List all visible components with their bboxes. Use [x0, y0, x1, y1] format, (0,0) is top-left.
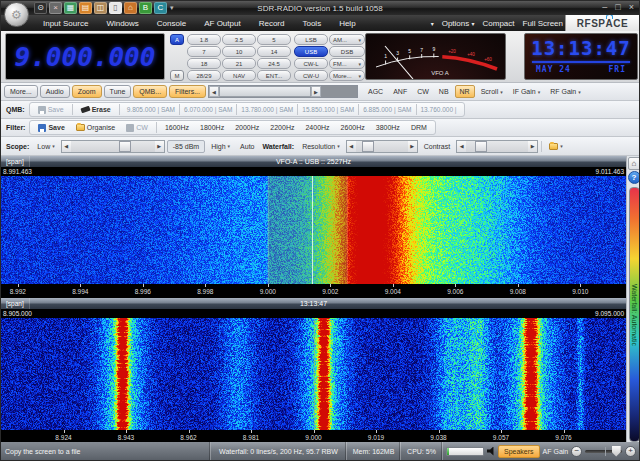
mode-cwl[interactable]: CW-L: [294, 58, 328, 69]
menu-windows[interactable]: Windows: [97, 19, 147, 28]
toolbar-tune[interactable]: Tune: [104, 85, 132, 98]
numpad-key-7[interactable]: 7: [187, 46, 221, 57]
scroll-left-icon[interactable]: ◀: [209, 86, 219, 97]
toolbar-filters[interactable]: Filters...: [169, 85, 206, 98]
scrollbar-thumb[interactable]: [219, 86, 311, 97]
mode-fm[interactable]: FM...▾: [329, 58, 365, 69]
slider-thumb[interactable]: [119, 141, 131, 152]
tuning-scrollbar[interactable]: ◀ ▶: [208, 85, 358, 98]
qmb-save-button[interactable]: Save: [34, 103, 68, 116]
mode-cwu[interactable]: CW-U: [294, 70, 328, 81]
calendar-icon[interactable]: ▤: [79, 2, 92, 14]
numpad-key-NAV[interactable]: NAV: [222, 70, 256, 81]
filter-width-2600hz[interactable]: 2600Hz: [337, 121, 369, 134]
qmb-memory[interactable]: 6.885.000 | SAM: [360, 104, 414, 116]
menu-record[interactable]: Record: [250, 19, 294, 28]
slider-right-icon[interactable]: ▶: [408, 141, 417, 152]
qmb-memory[interactable]: 15.850.100 | SAM: [299, 104, 357, 116]
vfo-m-button[interactable]: M: [170, 70, 184, 81]
toolbar-zoom[interactable]: Zoom: [72, 85, 102, 98]
waterfall-contrast-slider[interactable]: ◀ ▶: [456, 140, 538, 153]
filter-organise-button[interactable]: Organise: [72, 121, 119, 134]
wide-waterfall-canvas[interactable]: [1, 318, 626, 430]
qmb-memory[interactable]: 9.805.000 | SAM: [124, 104, 178, 116]
slider-left-icon[interactable]: ◀: [347, 141, 356, 152]
numpad-key-2829[interactable]: 28/29: [187, 70, 221, 81]
mode-usb[interactable]: USB: [294, 46, 328, 57]
close-button[interactable]: ×: [629, 3, 634, 12]
menu-input-source[interactable]: Input Source: [34, 19, 97, 28]
menu-af-output[interactable]: AF Output: [195, 19, 249, 28]
restore-button[interactable]: □: [615, 3, 620, 12]
dropdown-rf-gain[interactable]: RF Gain▾: [546, 85, 585, 98]
scrollbar-track[interactable]: [321, 86, 357, 97]
speakers-chip[interactable]: Speakers: [498, 445, 540, 458]
dsp-nr[interactable]: NR: [455, 85, 475, 98]
volume-up-icon[interactable]: +: [625, 446, 636, 457]
power-icon[interactable]: ⊙: [34, 2, 47, 14]
scroll-right-icon[interactable]: ▶: [311, 86, 321, 97]
slider-left-icon[interactable]: ◀: [457, 141, 466, 152]
qmb-erase-button[interactable]: Erase: [77, 103, 115, 116]
dropdown-if-gain[interactable]: IF Gain▾: [509, 85, 544, 98]
waterfall-palette-bar[interactable]: Waterfall: Automatic: [629, 187, 640, 442]
menu-full-screen[interactable]: Full Screen: [523, 19, 563, 28]
menu-tools[interactable]: Tools: [293, 19, 330, 28]
waterfall-resolution-slider[interactable]: ◀ ▶: [346, 140, 418, 153]
contacts-icon[interactable]: ◫: [94, 2, 107, 14]
ribbon-collapse-icon[interactable]: ▾: [431, 20, 434, 27]
minimize-button[interactable]: –: [602, 3, 607, 12]
menu-options[interactable]: Options ▾: [442, 19, 475, 28]
filter-cw-button[interactable]: CW: [122, 121, 152, 134]
numpad-key-245[interactable]: 24.5: [257, 58, 291, 69]
scope-level-value[interactable]: -85 dBm: [167, 140, 205, 153]
span-button[interactable]: [span]: [1, 298, 30, 309]
filter-width-drm[interactable]: DRM: [407, 121, 431, 134]
app-menu-button[interactable]: ⚙: [4, 2, 29, 27]
scope-low-slider[interactable]: ◀ ▶: [61, 140, 165, 153]
slider-left-icon[interactable]: ◀: [62, 141, 71, 152]
pin-icon[interactable]: ⌂: [628, 157, 640, 170]
tools-icon[interactable]: ×: [49, 2, 62, 14]
toolbar-audio[interactable]: Audio: [40, 85, 70, 98]
slider-right-icon[interactable]: ▶: [155, 141, 164, 152]
numpad-key-14[interactable]: 14: [257, 46, 291, 57]
menu-compact[interactable]: Compact: [483, 19, 515, 28]
filter-width-1600hz[interactable]: 1600Hz: [161, 121, 193, 134]
help-icon[interactable]: ?: [628, 171, 640, 184]
slider-thumb[interactable]: [475, 141, 487, 152]
dropdown-scroll[interactable]: Scroll▾: [477, 85, 507, 98]
filter-width-3800hz[interactable]: 3800Hz: [372, 121, 404, 134]
filter-width-1800hz[interactable]: 1800Hz: [196, 121, 228, 134]
frequency-display[interactable]: 9.000.000: [5, 33, 165, 80]
waterfall-palette-tab[interactable]: Waterfall: Automatic: [630, 188, 639, 441]
af-gain-thumb[interactable]: [612, 446, 621, 457]
dsp-nb[interactable]: NB: [435, 85, 453, 98]
numpad-key-35[interactable]: 3.5: [222, 34, 256, 45]
numpad-key-5[interactable]: 5: [257, 34, 291, 45]
toolbar-qmb[interactable]: QMB...: [133, 85, 167, 98]
numpad-key-18[interactable]: 18: [187, 58, 221, 69]
vfo-a-button[interactable]: A: [170, 34, 184, 45]
af-gain-slider[interactable]: [585, 450, 622, 453]
scope-low-dropdown[interactable]: Low▾: [33, 140, 58, 153]
filter-width-2200hz[interactable]: 2200Hz: [266, 121, 298, 134]
qmb-memory[interactable]: 13.760.000 |: [418, 104, 460, 116]
display-icon[interactable]: ▦: [64, 2, 77, 14]
mode-more[interactable]: More...▾: [329, 70, 365, 81]
waterfall-resolution-dropdown[interactable]: Resolution▾: [298, 140, 344, 153]
dsp-anf[interactable]: ANF: [389, 85, 411, 98]
filter-save-button[interactable]: Save: [34, 121, 68, 134]
qmb-memory[interactable]: 13.780.000 | SAM: [238, 104, 296, 116]
scope-auto-button[interactable]: Auto: [236, 140, 258, 153]
qmb-memory[interactable]: 6.070.000 | SAM: [181, 104, 235, 116]
screenshot-button[interactable]: ▾: [545, 140, 567, 153]
numpad-key-21[interactable]: 21: [222, 58, 256, 69]
dsp-cw[interactable]: CW: [413, 85, 433, 98]
numpad-key-10[interactable]: 10: [222, 46, 256, 57]
vfo-waterfall-canvas[interactable]: [1, 176, 626, 284]
numpad-key-18[interactable]: 1.8: [187, 34, 221, 45]
filter-width-2000hz[interactable]: 2000Hz: [231, 121, 263, 134]
span-button[interactable]: [span]: [1, 156, 30, 167]
menu-console[interactable]: Console: [148, 19, 195, 28]
